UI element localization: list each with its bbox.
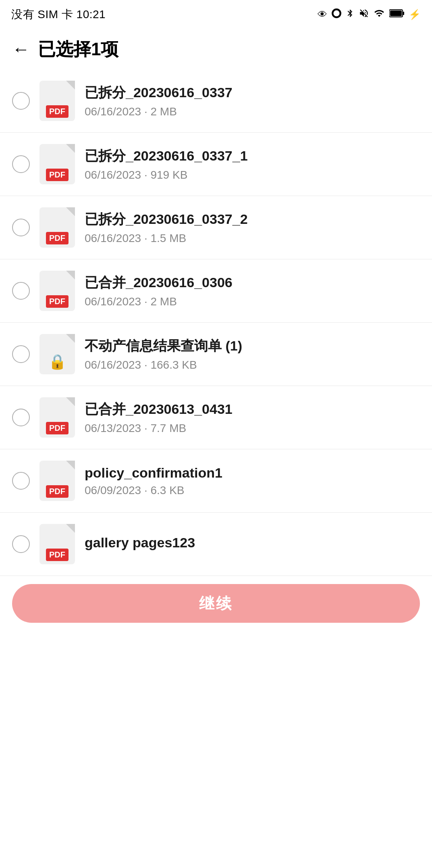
pdf-badge: PDF [46,232,69,244]
svg-rect-1 [403,12,404,15]
pdf-badge: PDF [46,295,69,308]
file-meta: 06/16/2023 · 1.5 MB [85,232,420,245]
file-icon-wrapper: PDF [39,397,75,438]
file-meta: 06/16/2023 · 166.3 KB [85,359,420,371]
bluetooth-icon [346,8,355,21]
list-item[interactable]: 🔒不动产信息结果查询单 (1)06/16/2023 · 166.3 KB [0,323,432,386]
status-bar: 没有 SIM 卡 10:21 👁 [0,0,432,29]
continue-button[interactable]: 继续 [12,584,420,623]
file-meta: 06/13/2023 · 7.7 MB [85,422,420,435]
file-meta: 06/16/2023 · 2 MB [85,295,420,308]
file-name: 已拆分_20230616_0337_1 [85,147,420,165]
battery-icon [389,9,405,20]
file-icon-wrapper: PDF [39,461,75,501]
charging-icon: ⚡ [409,9,421,20]
file-meta: 06/09/2023 · 6.3 KB [85,484,420,497]
list-item[interactable]: PDF已合并_20230613_043106/13/2023 · 7.7 MB [0,386,432,449]
list-item[interactable]: PDF已拆分_20230616_0337_106/16/2023 · 919 K… [0,133,432,196]
file-meta: 06/16/2023 · 919 KB [85,169,420,182]
file-icon-wrapper: PDF [39,144,75,184]
list-item[interactable]: PDF已合并_20230616_030606/16/2023 · 2 MB [0,259,432,323]
page-title: 已选择1项 [38,38,118,61]
status-bar-icons: 👁 ⚡ [318,8,421,21]
file-name: gallery pages123 [85,535,420,551]
lock-icon: 🔒 [48,353,66,370]
file-icon-wrapper: PDF [39,207,75,248]
radio-button[interactable] [12,282,30,300]
radio-button[interactable] [12,409,30,426]
nfc-icon [331,8,342,21]
svg-rect-2 [390,10,402,16]
list-item[interactable]: PDF已拆分_20230616_0337_206/16/2023 · 1.5 M… [0,196,432,259]
radio-button[interactable] [12,345,30,363]
back-button[interactable]: ← [12,40,30,58]
file-icon-wrapper: PDF [39,271,75,311]
radio-button[interactable] [12,155,30,173]
eye-icon: 👁 [318,9,327,20]
continue-button-wrapper: 继续 [0,576,432,639]
file-icon-wrapper: PDF [39,524,75,564]
pdf-badge: PDF [46,105,69,118]
file-icon-wrapper: 🔒 [39,334,75,374]
page-header: ← 已选择1项 [0,29,432,69]
file-name: 已合并_20230616_0306 [85,273,420,292]
volume-mute-icon [359,8,369,21]
file-name: 已拆分_20230616_0337 [85,83,420,102]
pdf-badge: PDF [46,549,69,561]
radio-button[interactable] [12,219,30,236]
radio-button[interactable] [12,535,30,553]
radio-button[interactable] [12,92,30,110]
file-icon-wrapper: PDF [39,81,75,121]
radio-button[interactable] [12,472,30,490]
pdf-badge: PDF [46,485,69,498]
file-name: 已拆分_20230616_0337_2 [85,210,420,229]
file-list: PDF已拆分_20230616_033706/16/2023 · 2 MBPDF… [0,69,432,576]
status-bar-text: 没有 SIM 卡 10:21 [11,7,106,22]
file-name: 不动产信息结果查询单 (1) [85,337,420,355]
list-item[interactable]: PDFpolicy_confirmation106/09/2023 · 6.3 … [0,449,432,513]
file-name: policy_confirmation1 [85,465,420,481]
pdf-badge: PDF [46,169,69,181]
file-meta: 06/16/2023 · 2 MB [85,105,420,118]
file-name: 已合并_20230613_0431 [85,400,420,419]
list-item[interactable]: PDFgallery pages123 [0,513,432,576]
list-item[interactable]: PDF已拆分_20230616_033706/16/2023 · 2 MB [0,69,432,133]
wifi-icon [373,8,385,21]
pdf-badge: PDF [46,422,69,434]
